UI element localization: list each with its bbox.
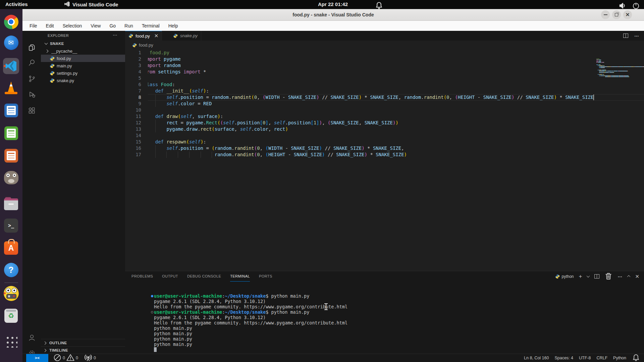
- code-line[interactable]: pygame.draw.rect(surface, self.color, re…: [148, 126, 288, 132]
- file-item-__pycache__[interactable]: __pycache__: [41, 47, 125, 55]
- minimize-button[interactable]: [601, 10, 610, 19]
- dropdown-icon[interactable]: [587, 274, 590, 278]
- code-line[interactable]: import random: [148, 62, 181, 69]
- terminal-shell-selector[interactable]: python: [555, 274, 574, 279]
- encoding-status[interactable]: UTF-8: [579, 356, 591, 360]
- command-decoration-icon[interactable]: [151, 295, 153, 297]
- terminal-line: python main.py: [154, 336, 192, 342]
- focused-app-indicator[interactable]: Visual Studio Code: [64, 1, 118, 8]
- panel-tab-debug-console[interactable]: DEBUG CONSOLE: [187, 271, 221, 282]
- problems-status[interactable]: 0 0: [53, 354, 78, 362]
- chevron-up-icon[interactable]: [627, 275, 631, 279]
- terminal-line: python main.py: [154, 325, 192, 331]
- code-line[interactable]: import pygame: [148, 56, 181, 62]
- writer-dock-item[interactable]: [3, 102, 19, 118]
- file-item-settings.py[interactable]: settings.py: [41, 69, 125, 77]
- menu-help[interactable]: Help: [168, 23, 178, 28]
- activity-search[interactable]: [22, 55, 41, 70]
- close-button[interactable]: ✕: [623, 10, 632, 19]
- minimap[interactable]: [596, 59, 612, 89]
- error-icon: [53, 354, 61, 362]
- app-grid-dock-item[interactable]: [3, 333, 19, 349]
- split-editor-icon[interactable]: [623, 34, 628, 38]
- split-terminal-icon[interactable]: [594, 274, 599, 279]
- close-icon[interactable]: ✕: [635, 274, 639, 280]
- bell-icon[interactable]: [375, 2, 383, 11]
- system-tray[interactable]: [619, 2, 640, 11]
- section-timeline[interactable]: TIMELINE: [41, 346, 125, 354]
- panel-tab-terminal[interactable]: TERMINAL: [230, 271, 250, 282]
- more-icon[interactable]: ⋯: [618, 274, 623, 279]
- help-dock-item[interactable]: ?: [3, 262, 19, 278]
- terminal-cursor: [154, 347, 157, 352]
- panel-tab-ports[interactable]: PORTS: [259, 271, 272, 282]
- activity-account[interactable]: [22, 330, 41, 345]
- more-icon[interactable]: ⋯: [634, 33, 639, 39]
- code-line[interactable]: self.position = (random.randint(0, (WIDT…: [148, 145, 404, 152]
- code-line[interactable]: def respawn(self):: [148, 139, 206, 145]
- code-line[interactable]: def draw(self, surface):: [148, 113, 223, 120]
- close-icon[interactable]: ✕: [154, 33, 159, 39]
- menu-edit[interactable]: Edit: [46, 23, 54, 28]
- thunderbird-dock-item[interactable]: ✉: [3, 35, 19, 51]
- file-item-food.py[interactable]: food.py: [41, 55, 125, 62]
- code-line[interactable]: # food.py: [148, 50, 169, 56]
- file-item-snake.py[interactable]: snake.py: [41, 77, 125, 84]
- code-line[interactable]: self.color = RED: [148, 101, 212, 107]
- game-dock-item[interactable]: [3, 285, 19, 301]
- new-terminal-icon[interactable]: +: [579, 273, 582, 280]
- code-line[interactable]: def __init__(self):: [148, 88, 209, 94]
- menu-terminal[interactable]: Terminal: [142, 23, 160, 28]
- command-decoration-icon[interactable]: [151, 311, 153, 313]
- clock[interactable]: Apr 22 01:42: [318, 1, 348, 7]
- chrome-dock-item[interactable]: [3, 14, 19, 30]
- vscode-dock-item[interactable]: [3, 58, 19, 74]
- file-label: settings.py: [57, 71, 77, 76]
- explorer-more-actions[interactable]: ⋯: [113, 32, 118, 38]
- impress-dock-item[interactable]: [3, 147, 19, 164]
- files-dock-item[interactable]: [3, 195, 19, 212]
- language-status[interactable]: Python: [613, 356, 626, 360]
- trash-icon[interactable]: [604, 272, 612, 281]
- activity-explorer[interactable]: [22, 40, 41, 55]
- activity-run-debug[interactable]: [22, 87, 41, 102]
- menu-run[interactable]: Run: [124, 23, 133, 28]
- file-item-main.py[interactable]: main.py: [41, 62, 125, 69]
- gimp-dock-item[interactable]: [3, 170, 19, 186]
- activity-extensions[interactable]: [22, 103, 41, 118]
- menu-go[interactable]: Go: [109, 23, 116, 28]
- window-title-bar[interactable]: food.py - snake - Visual Studio Code ✕: [22, 9, 644, 21]
- vlc-dock-item[interactable]: [3, 80, 19, 96]
- ports-status[interactable]: 0: [84, 354, 96, 362]
- calc-dock-item[interactable]: [3, 125, 19, 141]
- menu-view[interactable]: View: [91, 23, 101, 28]
- restore-button[interactable]: [612, 10, 621, 19]
- notifications-bell-icon[interactable]: [632, 354, 640, 362]
- code-line[interactable]: from settings import *: [148, 69, 206, 75]
- cursor-position-status[interactable]: Ln 8, Col 160: [524, 356, 549, 360]
- tab-snake.py[interactable]: snake.py: [170, 31, 201, 41]
- terminal-dock-item[interactable]: >_: [3, 218, 19, 234]
- menu-selection[interactable]: Selection: [63, 23, 82, 28]
- code-line[interactable]: random.randint(0, (HEIGHT - SNAKE_SIZE) …: [148, 152, 407, 158]
- remote-indicator[interactable]: ><: [26, 354, 48, 362]
- section-outline[interactable]: OUTLINE: [41, 339, 125, 347]
- panel-tab-output[interactable]: OUTPUT: [162, 271, 178, 282]
- trash-dock-item[interactable]: ♻: [3, 308, 19, 324]
- code-line[interactable]: rect = pygame.Rect((self.position[0], se…: [148, 120, 398, 126]
- indent-guide: [178, 152, 178, 158]
- indent-guide: [155, 126, 156, 132]
- line-number: 14: [136, 132, 141, 139]
- code-editor[interactable]: 1234567891011121314151617 # food.pyimpor…: [125, 50, 644, 271]
- ubuntu-software-dock-item[interactable]: A: [3, 239, 19, 255]
- code-line[interactable]: class Food:: [148, 81, 175, 88]
- breadcrumb[interactable]: food.py: [125, 41, 644, 50]
- activities-button[interactable]: Activities: [5, 1, 28, 7]
- panel-tab-problems[interactable]: PROBLEMS: [131, 271, 153, 282]
- eol-status[interactable]: CRLF: [596, 356, 607, 360]
- menu-file[interactable]: File: [30, 23, 37, 28]
- indentation-status[interactable]: Spaces: 4: [554, 356, 573, 360]
- folder-section-snake[interactable]: SNAKE: [41, 40, 125, 47]
- activity-source-control[interactable]: [22, 71, 41, 86]
- tab-food.py[interactable]: food.py✕: [125, 31, 162, 41]
